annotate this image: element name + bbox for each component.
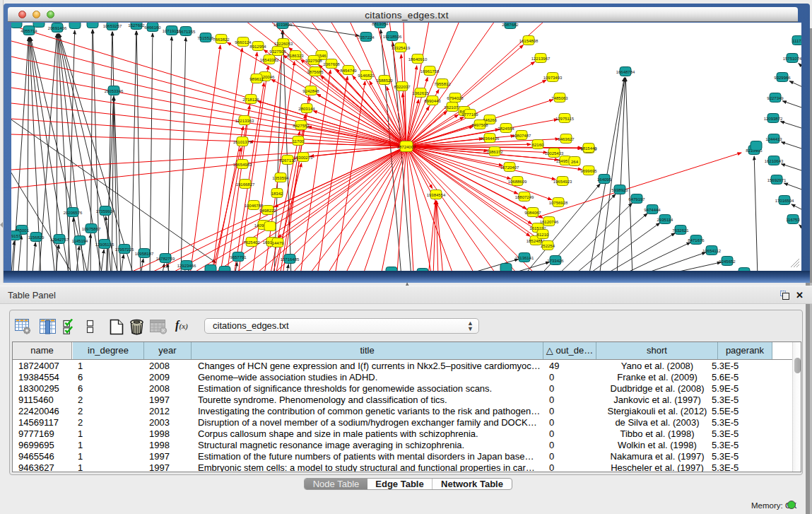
svg-text:12923466: 12923466 (177, 264, 196, 268)
svg-text:62160: 62160 (532, 143, 544, 147)
svg-text:4055714: 4055714 (20, 29, 37, 33)
svg-text:9777169: 9777169 (461, 112, 478, 117)
svg-text:7386372: 7386372 (486, 150, 503, 154)
svg-text:9657791: 9657791 (230, 255, 247, 259)
svg-text:8471676: 8471676 (688, 238, 705, 243)
svg-text:16648784: 16648784 (616, 70, 635, 74)
svg-text:16782759: 16782759 (156, 257, 175, 261)
svg-text:61210: 61210 (537, 233, 549, 237)
svg-text:16671355: 16671355 (177, 30, 196, 34)
svg-text:8427552: 8427552 (293, 124, 310, 128)
svg-text:16154808: 16154808 (519, 39, 539, 43)
svg-text:8912954: 8912954 (249, 45, 266, 49)
svg-text:16120746: 16120746 (540, 220, 559, 224)
svg-text:9474444: 9474444 (644, 208, 661, 212)
svg-text:18724007: 18724007 (397, 145, 416, 149)
svg-text:9329966: 9329966 (774, 76, 791, 80)
svg-text:1156829: 1156829 (28, 235, 45, 240)
svg-text:19384554: 19384554 (427, 193, 446, 197)
svg-text:10973493: 10973493 (543, 76, 563, 80)
svg-text:1145194: 1145194 (72, 239, 89, 243)
svg-text:9146821: 9146821 (358, 74, 375, 78)
svg-text:9245652: 9245652 (719, 259, 736, 264)
svg-text:11700: 11700 (293, 139, 305, 144)
svg-text:1244413: 1244413 (765, 137, 782, 141)
svg-text:2087682: 2087682 (502, 23, 519, 27)
svg-text:16961758: 16961758 (420, 69, 440, 74)
svg-text:8186323: 8186323 (287, 54, 304, 58)
svg-text:8267130: 8267130 (279, 158, 296, 163)
svg-text:10654112: 10654112 (702, 249, 722, 253)
svg-text:17957225: 17957225 (115, 247, 134, 252)
svg-text:1588520: 1588520 (376, 78, 393, 83)
svg-text:9227349: 9227349 (767, 96, 784, 100)
svg-text:989611: 989611 (249, 77, 264, 81)
svg-text:12213363: 12213363 (235, 119, 254, 123)
svg-text:11172: 11172 (792, 39, 801, 43)
svg-text:13325419: 13325419 (392, 46, 411, 50)
svg-text:15692971: 15692971 (767, 178, 787, 182)
svg-text:7663822: 7663822 (213, 37, 230, 42)
svg-text:20691406: 20691406 (48, 26, 67, 30)
svg-text:7357224: 7357224 (358, 35, 375, 40)
svg-text:6479197: 6479197 (628, 197, 645, 201)
svg-text:12975115: 12975115 (555, 117, 575, 121)
svg-text:12093872: 12093872 (764, 117, 783, 121)
svg-text:6466160: 6466160 (144, 25, 161, 30)
svg-text:10975867: 10975867 (82, 227, 101, 231)
svg-text:1733426: 1733426 (547, 259, 564, 263)
svg-text:9699695: 9699695 (580, 169, 597, 173)
svg-text:16210643: 16210643 (765, 159, 784, 163)
svg-text:16543382: 16543382 (260, 58, 279, 62)
svg-text:7485063: 7485063 (551, 96, 568, 100)
svg-text:9327503: 9327503 (269, 49, 286, 54)
svg-text:10756928: 10756928 (549, 201, 568, 205)
svg-text:264: 264 (571, 160, 579, 164)
svg-text:29053346: 29053346 (105, 89, 124, 93)
svg-text:8322037: 8322037 (394, 85, 411, 89)
svg-text:12942757: 12942757 (50, 238, 69, 242)
svg-text:6794028: 6794028 (447, 96, 464, 100)
svg-text:7632621: 7632621 (672, 228, 689, 233)
svg-text:10653257: 10653257 (103, 24, 122, 28)
svg-text:2803144: 2803144 (298, 107, 315, 111)
svg-text:20206576: 20206576 (64, 211, 83, 215)
svg-text:19654923: 19654923 (553, 180, 572, 184)
svg-text:15300275: 15300275 (294, 156, 313, 160)
svg-text:10807487: 10807487 (512, 134, 531, 138)
svg-text:20364436: 20364436 (481, 136, 500, 141)
svg-text:7955812: 7955812 (434, 82, 451, 86)
svg-text:2367608: 2367608 (323, 62, 340, 66)
svg-text:9815440: 9815440 (580, 146, 597, 151)
svg-text:2935114: 2935114 (657, 218, 674, 222)
svg-text:9327508: 9327508 (305, 59, 322, 63)
svg-text:39157: 39157 (11, 234, 21, 238)
svg-text:17016504: 17016504 (775, 199, 794, 203)
svg-text:12905135: 12905135 (95, 243, 114, 247)
svg-text:8813054: 8813054 (372, 23, 389, 26)
svg-text:19166827: 19166827 (236, 182, 255, 187)
svg-text:19218506: 19218506 (383, 35, 402, 39)
svg-text:17359924: 17359924 (96, 209, 115, 214)
svg-text:10958187: 10958187 (135, 252, 154, 256)
svg-text:9463627: 9463627 (558, 137, 575, 141)
svg-text:12213967: 12213967 (531, 57, 551, 61)
svg-text:164095: 164095 (597, 177, 612, 182)
svg-text:1527602: 1527602 (128, 23, 145, 28)
svg-text:1353594: 1353594 (272, 176, 289, 180)
svg-text:13226053: 13226053 (274, 42, 293, 46)
svg-text:7515526: 7515526 (197, 36, 214, 40)
svg-text:7625402: 7625402 (243, 240, 260, 245)
svg-text:15720407: 15720407 (500, 165, 519, 170)
svg-text:15136141: 15136141 (515, 256, 534, 260)
svg-text:116753: 116753 (786, 218, 800, 222)
svg-text:252254: 252254 (541, 244, 555, 248)
svg-text:9084067: 9084067 (524, 211, 541, 215)
svg-text:15751074: 15751074 (783, 57, 801, 61)
svg-text:2718126: 2718126 (242, 98, 259, 102)
svg-text:8990443: 8990443 (424, 99, 441, 103)
svg-text:1362615: 1362615 (412, 91, 429, 95)
svg-text:18640910: 18640910 (408, 57, 428, 62)
svg-text:9498222: 9498222 (259, 209, 276, 213)
svg-text:8454749: 8454749 (340, 69, 357, 73)
